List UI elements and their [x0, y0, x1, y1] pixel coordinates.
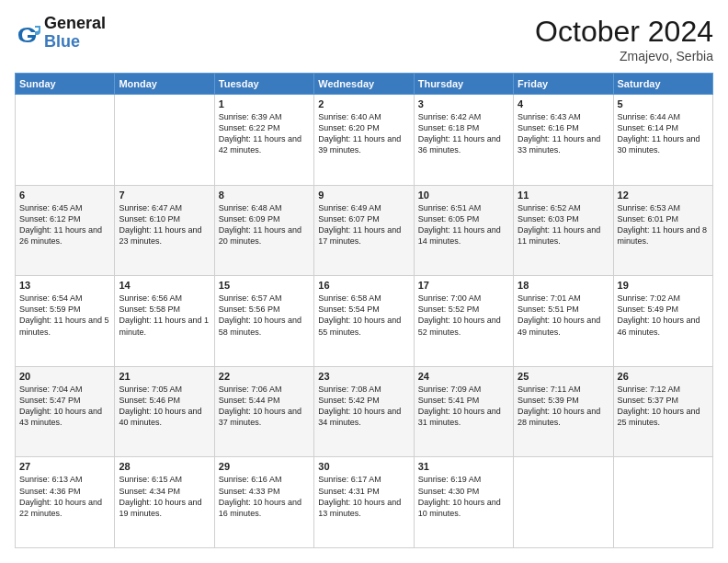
- table-row: 25Sunrise: 7:11 AM Sunset: 5:39 PM Dayli…: [514, 366, 613, 457]
- logo-icon: [15, 22, 40, 48]
- month-title: October 2024: [535, 15, 713, 49]
- table-row: 11Sunrise: 6:52 AM Sunset: 6:03 PM Dayli…: [514, 185, 613, 276]
- header-friday: Friday: [514, 74, 613, 95]
- table-row: 8Sunrise: 6:48 AM Sunset: 6:09 PM Daylig…: [214, 185, 313, 276]
- day-number: 31: [418, 461, 509, 472]
- cell-content: Sunrise: 6:53 AM Sunset: 6:01 PM Dayligh…: [618, 202, 709, 247]
- table-row: 23Sunrise: 7:08 AM Sunset: 5:42 PM Dayli…: [314, 366, 414, 457]
- table-row: 9Sunrise: 6:49 AM Sunset: 6:07 PM Daylig…: [314, 185, 414, 276]
- table-row: 19Sunrise: 7:02 AM Sunset: 5:49 PM Dayli…: [613, 276, 712, 367]
- header: General Blue October 2024 Zmajevo, Serbi…: [15, 15, 713, 63]
- cell-content: Sunrise: 6:45 AM Sunset: 6:12 PM Dayligh…: [19, 202, 110, 247]
- cell-content: Sunrise: 6:52 AM Sunset: 6:03 PM Dayligh…: [518, 202, 609, 247]
- calendar-week-1: 1Sunrise: 6:39 AM Sunset: 6:22 PM Daylig…: [16, 95, 713, 186]
- day-number: 18: [518, 280, 609, 291]
- day-number: 9: [318, 190, 409, 201]
- table-row: 2Sunrise: 6:40 AM Sunset: 6:20 PM Daylig…: [314, 95, 414, 186]
- table-row: 10Sunrise: 6:51 AM Sunset: 6:05 PM Dayli…: [414, 185, 513, 276]
- table-row: 29Sunrise: 6:16 AM Sunset: 4:33 PM Dayli…: [214, 457, 313, 548]
- day-number: 27: [19, 461, 110, 472]
- cell-content: Sunrise: 6:51 AM Sunset: 6:05 PM Dayligh…: [418, 202, 509, 247]
- table-row: [115, 95, 214, 186]
- cell-content: Sunrise: 6:49 AM Sunset: 6:07 PM Dayligh…: [318, 202, 409, 247]
- table-row: 18Sunrise: 7:01 AM Sunset: 5:51 PM Dayli…: [514, 276, 613, 367]
- day-number: 20: [19, 371, 110, 382]
- table-row: 6Sunrise: 6:45 AM Sunset: 6:12 PM Daylig…: [16, 185, 115, 276]
- title-block: October 2024 Zmajevo, Serbia: [535, 15, 713, 63]
- cell-content: Sunrise: 6:48 AM Sunset: 6:09 PM Dayligh…: [219, 202, 310, 247]
- cell-content: Sunrise: 6:17 AM Sunset: 4:31 PM Dayligh…: [318, 474, 409, 519]
- day-number: 10: [418, 190, 509, 201]
- table-row: 7Sunrise: 6:47 AM Sunset: 6:10 PM Daylig…: [115, 185, 214, 276]
- day-number: 22: [219, 371, 310, 382]
- cell-content: Sunrise: 6:16 AM Sunset: 4:33 PM Dayligh…: [219, 474, 310, 519]
- table-row: 22Sunrise: 7:06 AM Sunset: 5:44 PM Dayli…: [214, 366, 313, 457]
- cell-content: Sunrise: 6:57 AM Sunset: 5:56 PM Dayligh…: [219, 293, 310, 338]
- table-row: [16, 95, 115, 186]
- logo: General Blue: [15, 15, 106, 52]
- table-row: [613, 457, 712, 548]
- day-number: 26: [618, 371, 709, 382]
- cell-content: Sunrise: 6:40 AM Sunset: 6:20 PM Dayligh…: [318, 111, 409, 156]
- table-row: 24Sunrise: 7:09 AM Sunset: 5:41 PM Dayli…: [414, 366, 513, 457]
- logo-blue: Blue: [44, 33, 106, 52]
- calendar-table: Sunday Monday Tuesday Wednesday Thursday…: [15, 73, 713, 548]
- cell-content: Sunrise: 7:12 AM Sunset: 5:37 PM Dayligh…: [618, 384, 709, 429]
- table-row: 15Sunrise: 6:57 AM Sunset: 5:56 PM Dayli…: [214, 276, 313, 367]
- cell-content: Sunrise: 6:47 AM Sunset: 6:10 PM Dayligh…: [119, 202, 210, 247]
- logo-text: General Blue: [44, 15, 106, 52]
- day-number: 14: [119, 280, 210, 291]
- table-row: 5Sunrise: 6:44 AM Sunset: 6:14 PM Daylig…: [613, 95, 712, 186]
- header-sunday: Sunday: [16, 74, 115, 95]
- cell-content: Sunrise: 7:08 AM Sunset: 5:42 PM Dayligh…: [318, 384, 409, 429]
- header-wednesday: Wednesday: [314, 74, 414, 95]
- table-row: 20Sunrise: 7:04 AM Sunset: 5:47 PM Dayli…: [16, 366, 115, 457]
- day-number: 5: [618, 98, 709, 109]
- table-row: 30Sunrise: 6:17 AM Sunset: 4:31 PM Dayli…: [314, 457, 414, 548]
- cell-content: Sunrise: 7:04 AM Sunset: 5:47 PM Dayligh…: [19, 384, 110, 429]
- table-row: 26Sunrise: 7:12 AM Sunset: 5:37 PM Dayli…: [613, 366, 712, 457]
- cell-content: Sunrise: 6:58 AM Sunset: 5:54 PM Dayligh…: [318, 293, 409, 338]
- calendar-header-row: Sunday Monday Tuesday Wednesday Thursday…: [16, 74, 713, 95]
- header-thursday: Thursday: [414, 74, 513, 95]
- calendar-week-3: 13Sunrise: 6:54 AM Sunset: 5:59 PM Dayli…: [16, 276, 713, 367]
- header-saturday: Saturday: [613, 74, 712, 95]
- cell-content: Sunrise: 6:56 AM Sunset: 5:58 PM Dayligh…: [119, 293, 210, 338]
- header-tuesday: Tuesday: [214, 74, 313, 95]
- table-row: 28Sunrise: 6:15 AM Sunset: 4:34 PM Dayli…: [115, 457, 214, 548]
- cell-content: Sunrise: 7:01 AM Sunset: 5:51 PM Dayligh…: [518, 293, 609, 338]
- cell-content: Sunrise: 7:00 AM Sunset: 5:52 PM Dayligh…: [418, 293, 509, 338]
- header-monday: Monday: [115, 74, 214, 95]
- table-row: [514, 457, 613, 548]
- day-number: 25: [518, 371, 609, 382]
- cell-content: Sunrise: 6:43 AM Sunset: 6:16 PM Dayligh…: [518, 111, 609, 156]
- calendar-week-5: 27Sunrise: 6:13 AM Sunset: 4:36 PM Dayli…: [16, 457, 713, 548]
- day-number: 8: [219, 190, 310, 201]
- day-number: 13: [19, 280, 110, 291]
- cell-content: Sunrise: 6:44 AM Sunset: 6:14 PM Dayligh…: [618, 111, 709, 156]
- location: Zmajevo, Serbia: [535, 49, 713, 63]
- day-number: 21: [119, 371, 210, 382]
- table-row: 16Sunrise: 6:58 AM Sunset: 5:54 PM Dayli…: [314, 276, 414, 367]
- cell-content: Sunrise: 7:11 AM Sunset: 5:39 PM Dayligh…: [518, 384, 609, 429]
- day-number: 29: [219, 461, 310, 472]
- cell-content: Sunrise: 6:42 AM Sunset: 6:18 PM Dayligh…: [418, 111, 509, 156]
- day-number: 16: [318, 280, 409, 291]
- cell-content: Sunrise: 6:54 AM Sunset: 5:59 PM Dayligh…: [19, 293, 110, 338]
- day-number: 19: [618, 280, 709, 291]
- day-number: 4: [518, 98, 609, 109]
- day-number: 15: [219, 280, 310, 291]
- table-row: 1Sunrise: 6:39 AM Sunset: 6:22 PM Daylig…: [214, 95, 313, 186]
- table-row: 17Sunrise: 7:00 AM Sunset: 5:52 PM Dayli…: [414, 276, 513, 367]
- day-number: 3: [418, 98, 509, 109]
- day-number: 2: [318, 98, 409, 109]
- cell-content: Sunrise: 6:19 AM Sunset: 4:30 PM Dayligh…: [418, 474, 509, 519]
- cell-content: Sunrise: 7:09 AM Sunset: 5:41 PM Dayligh…: [418, 384, 509, 429]
- table-row: 27Sunrise: 6:13 AM Sunset: 4:36 PM Dayli…: [16, 457, 115, 548]
- cell-content: Sunrise: 7:02 AM Sunset: 5:49 PM Dayligh…: [618, 293, 709, 338]
- page: General Blue October 2024 Zmajevo, Serbi…: [0, 0, 728, 563]
- table-row: 21Sunrise: 7:05 AM Sunset: 5:46 PM Dayli…: [115, 366, 214, 457]
- table-row: 3Sunrise: 6:42 AM Sunset: 6:18 PM Daylig…: [414, 95, 513, 186]
- day-number: 1: [219, 98, 310, 109]
- day-number: 7: [119, 190, 210, 201]
